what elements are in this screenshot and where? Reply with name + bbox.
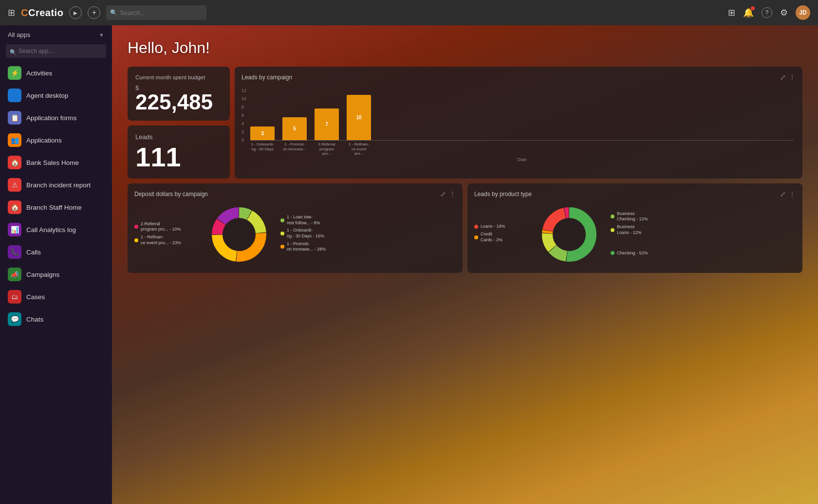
avatar[interactable]: JD xyxy=(796,5,810,20)
sidebar-label-chats: Chats xyxy=(26,316,43,323)
bar-labels: 1 - Onboardi-ng - 30 Days1 - Promoti-on … xyxy=(248,141,796,156)
content-inner: Hello, John! Current month spent budget … xyxy=(112,25,818,283)
deposit-chart: Deposit dollars by campaign ⤢ ⋮ 2.Referr… xyxy=(128,183,463,273)
legend-dot xyxy=(474,225,478,229)
bar-0: 3 xyxy=(250,126,275,140)
legend-dot xyxy=(280,245,284,249)
sidebar-label-call-analytics-log: Call Analytics log xyxy=(26,226,76,234)
deposit-legend-item-1: 1 - Refinan-ce event pro... - 23% xyxy=(134,234,198,246)
deposit-donut-svg xyxy=(207,203,271,266)
sidebar-icon-call-analytics-log: 📊 xyxy=(8,223,21,236)
sidebar-item-campaigns[interactable]: 📣 Campaigns xyxy=(0,263,112,286)
search-wrap: 🔍 xyxy=(106,5,206,20)
chart-actions[interactable]: ⤢ ⋮ xyxy=(780,73,796,81)
add-button[interactable]: + xyxy=(88,6,100,19)
sidebar-item-agent-desktop[interactable]: 👤 Agent desktop xyxy=(0,84,112,107)
deposit-donut-container: 2.Referralprogram pro... - 10% 1 - Refin… xyxy=(134,203,456,266)
deposit-chart-title: Deposit dollars by campaign xyxy=(134,191,208,198)
grid-switcher-icon[interactable]: ⊞ xyxy=(728,7,735,18)
legend-dot xyxy=(280,232,284,235)
deposit-right-legend: 1 - Loan inte-rest follow... - 8% 1 - On… xyxy=(280,215,344,254)
sidebar-item-activities[interactable]: ⚡ Activities xyxy=(0,62,112,84)
more-icon[interactable]: ⋮ xyxy=(789,73,796,81)
notification-badge xyxy=(751,6,755,10)
leads-card-value: 111 xyxy=(135,144,222,171)
sidebar-label-campaigns: Campaigns xyxy=(26,271,59,278)
sidebar-item-cases[interactable]: 🗂 Cases xyxy=(0,286,112,308)
all-apps-label: All apps xyxy=(8,31,30,38)
search-icon: 🔍 xyxy=(110,9,117,16)
bar-3: 10 xyxy=(347,95,371,140)
apps-grid-icon[interactable]: ⊞ xyxy=(8,7,15,18)
sidebar: All apps ▼ 🔍 ⚡ Activities 👤 Agent deskto… xyxy=(0,25,112,504)
sidebar-item-bank-sales-home[interactable]: 🏠 Bank Sales Home xyxy=(0,151,112,174)
sidebar-item-applications[interactable]: 👥 Applications xyxy=(0,129,112,151)
sidebar-item-call-analytics-log[interactable]: 📊 Call Analytics log xyxy=(0,218,112,241)
expand-icon[interactable]: ⤢ xyxy=(780,73,786,81)
chart-title: Leads by campaign xyxy=(242,74,292,81)
bar-1: 5 xyxy=(282,117,307,140)
bar-label-0: 1 - Onboardi-ng - 30 Days xyxy=(250,142,275,156)
leads-product-chart-header: Leads by product type ⤢ ⋮ xyxy=(474,190,796,198)
budget-card: Current month spent budget $ 225,485 xyxy=(128,67,230,121)
leads-card-label: Leads xyxy=(135,133,222,141)
bar-label-3: 1 - Refinan-ce event pro... xyxy=(347,142,371,156)
sidebar-item-calls[interactable]: 📞 Calls xyxy=(0,241,112,263)
sidebar-icon-branch-staff-home: 🏠 xyxy=(8,200,21,214)
deposit-legend-item-4: 1 - Promoti-on increase... - 28% xyxy=(280,241,344,252)
expand-icon[interactable]: ⤢ xyxy=(440,190,446,198)
bottom-charts-row: Deposit dollars by campaign ⤢ ⋮ 2.Referr… xyxy=(128,183,802,273)
svg-point-1 xyxy=(553,218,585,251)
more-icon[interactable]: ⋮ xyxy=(789,190,796,198)
budget-card-title: Current month spent budget xyxy=(135,74,222,80)
deposit-chart-actions[interactable]: ⤢ ⋮ xyxy=(440,190,456,198)
sidebar-item-chats[interactable]: 💬 Chats xyxy=(0,308,112,330)
deposit-left-legend: 2.Referralprogram pro... - 10% 1 - Refin… xyxy=(134,221,198,248)
leads-product-donut-svg xyxy=(538,203,601,266)
legend-dot xyxy=(611,228,614,232)
sidebar-header: All apps ▼ xyxy=(0,25,112,42)
sidebar-icon-branch-incident-report: ⚠ xyxy=(8,178,21,192)
leads-card: Leads 111 xyxy=(128,126,230,179)
sidebar-icon-campaigns: 📣 xyxy=(8,268,21,281)
legend-dot xyxy=(280,218,284,222)
deposit-chart-header: Deposit dollars by campaign ⤢ ⋮ xyxy=(134,190,456,198)
sidebar-search-input[interactable] xyxy=(6,44,106,58)
bar-chart-bars: 35710 xyxy=(250,86,794,141)
svg-point-0 xyxy=(223,218,255,251)
notifications-icon[interactable]: 🔔 xyxy=(743,7,754,18)
sidebar-label-branch-incident-report: Branch incident report xyxy=(26,181,91,189)
play-button[interactable]: ▶ xyxy=(69,6,82,19)
sidebar-chevron-icon: ▼ xyxy=(99,32,104,38)
sidebar-label-applications: Applications xyxy=(26,137,62,144)
deposit-legend-item-2: 1 - Loan inte-rest follow... - 8% xyxy=(280,215,344,226)
chart-header: Leads by campaign ⤢ ⋮ xyxy=(242,73,796,81)
sidebar-label-application-forms: Application forms xyxy=(26,114,77,122)
sidebar-label-cases: Cases xyxy=(26,293,45,301)
help-icon[interactable]: ? xyxy=(762,7,772,18)
left-column: Current month spent budget $ 225,485 Lea… xyxy=(128,67,230,179)
x-axis-label: Date xyxy=(248,157,796,162)
leads-product-chart-actions[interactable]: ⤢ ⋮ xyxy=(780,190,796,198)
leads-product-right-legend: BusinessChecking - 12% BusinessLoans - 1… xyxy=(611,211,674,258)
bar-label-1: 1 - Promoti-on increase... xyxy=(282,142,307,156)
leads-product-chart-title: Leads by product type xyxy=(474,191,532,198)
main-layout: All apps ▼ 🔍 ⚡ Activities 👤 Agent deskto… xyxy=(0,25,818,504)
sidebar-icon-chats: 💬 xyxy=(8,312,21,326)
search-input[interactable] xyxy=(106,5,206,20)
sidebar-label-branch-staff-home: Branch Staff Home xyxy=(26,204,82,211)
more-icon[interactable]: ⋮ xyxy=(449,190,456,198)
legend-dot xyxy=(611,251,614,255)
topbar-right: ⊞ 🔔 ? ⚙ JD xyxy=(728,5,810,20)
deposit-legend-item-0: 2.Referralprogram pro... - 10% xyxy=(134,221,198,233)
sidebar-item-branch-staff-home[interactable]: 🏠 Branch Staff Home xyxy=(0,196,112,218)
sidebar-item-application-forms[interactable]: 📋 Application forms xyxy=(0,107,112,129)
sidebar-icon-agent-desktop: 👤 xyxy=(8,89,21,102)
content-area: Hello, John! Current month spent budget … xyxy=(112,25,818,504)
greeting-text: Hello, John! xyxy=(128,39,802,57)
legend-dot xyxy=(611,215,614,218)
expand-icon[interactable]: ⤢ xyxy=(780,190,786,198)
legend-dot xyxy=(134,225,138,229)
settings-icon[interactable]: ⚙ xyxy=(780,7,788,18)
sidebar-item-branch-incident-report[interactable]: ⚠ Branch incident report xyxy=(0,174,112,196)
